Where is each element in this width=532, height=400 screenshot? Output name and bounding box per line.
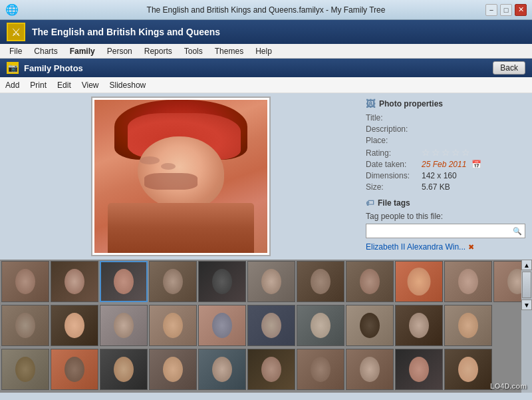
toolbar-add[interactable]: Add [5, 81, 19, 90]
photo-properties-header: 🖼 Photo properties [366, 99, 525, 109]
file-tags-title: File tags [378, 198, 410, 208]
maximize-button[interactable]: □ [500, 4, 512, 16]
app-header: ⚔ The English and British Kings and Quee… [0, 20, 532, 44]
thumbnail-item[interactable] [149, 305, 197, 346]
thumbnail-item[interactable] [100, 305, 148, 346]
file-tags-icon: 🏷 [366, 198, 374, 208]
thumbnail-item[interactable] [297, 305, 344, 346]
toolbar-view[interactable]: View [82, 81, 99, 90]
prop-dimensions-value: 142 x 160 [422, 171, 457, 180]
menubar: File Charts Family Person Reports Tools … [0, 44, 532, 59]
thumbnail-item[interactable] [100, 349, 148, 390]
properties-panel: 🖼 Photo properties Title: Description: P… [366, 99, 525, 254]
thumbnail-item[interactable] [444, 305, 492, 346]
file-tags-header: 🏷 File tags [366, 198, 525, 208]
thumb-row-2 [0, 303, 521, 347]
thumbnail-item[interactable] [198, 349, 246, 390]
photo-frame[interactable] [91, 97, 271, 256]
thumbnail-item[interactable] [1, 261, 49, 302]
thumb-row-1 [0, 260, 521, 303]
prop-date-label: Date taken: [366, 160, 419, 169]
thumbnail-item[interactable] [444, 261, 492, 302]
section-header-left: 📷 Family Photos [7, 62, 83, 74]
close-button[interactable]: ✕ [515, 4, 527, 16]
prop-place-row: Place: [366, 136, 525, 145]
menu-tools[interactable]: Tools [179, 45, 208, 57]
thumbnail-item[interactable] [247, 305, 295, 346]
scroll-down-button[interactable]: ▼ [521, 300, 532, 310]
scroll-thumb[interactable] [522, 272, 531, 298]
tag-prompt: Tag people to this file: [366, 212, 525, 221]
prop-title-row: Title: [366, 113, 525, 122]
thumbnail-item[interactable] [149, 349, 197, 390]
thumbnail-item[interactable] [1, 349, 49, 390]
section-header: 📷 Family Photos Back [0, 59, 532, 77]
prop-dimensions-label: Dimensions: [366, 171, 419, 180]
section-title: Family Photos [24, 63, 83, 73]
titlebar-left: 🌐 The English and British Kings and Quee… [5, 3, 19, 16]
toolbar-print[interactable]: Print [30, 81, 47, 90]
thumbnail-item[interactable] [198, 261, 246, 302]
minimize-button[interactable]: − [485, 4, 497, 16]
prop-date-row: Date taken: 25 Feb 2011 📅 [366, 160, 525, 169]
thumbnail-strip: ▲ ▼ LO4D.com [0, 260, 532, 393]
titlebar-controls: − □ ✕ [485, 4, 527, 16]
calendar-icon[interactable]: 📅 [471, 160, 481, 169]
prop-title-label: Title: [366, 113, 419, 122]
thumbnail-rows [0, 260, 521, 393]
tag-input-container[interactable]: 🔍 [366, 224, 525, 238]
menu-help[interactable]: Help [250, 45, 277, 57]
thumbnail-item[interactable] [51, 261, 98, 302]
prop-size-label: Size: [366, 182, 419, 192]
file-tags-section: 🏷 File tags Tag people to this file: 🔍 E… [366, 198, 525, 252]
main-content: 🖼 Photo properties Title: Description: P… [0, 93, 532, 260]
window-title: The English and British Kings and Queens… [0, 5, 532, 15]
app-icon: 🌐 [5, 3, 19, 16]
thumbnail-item[interactable] [100, 261, 148, 302]
prop-dimensions-row: Dimensions: 142 x 160 [366, 171, 525, 180]
menu-charts[interactable]: Charts [29, 45, 63, 57]
toolbar-edit[interactable]: Edit [57, 81, 71, 90]
thumbnail-item[interactable] [346, 305, 394, 346]
thumbnail-item[interactable] [51, 349, 98, 390]
thumbnail-item[interactable] [297, 261, 344, 302]
thumbnail-scrollbar: ▲ ▼ [521, 260, 532, 393]
thumbnail-item[interactable] [247, 349, 295, 390]
thumbnail-item[interactable] [346, 349, 394, 390]
prop-size-value: 5.67 KB [422, 182, 450, 192]
thumbnail-item[interactable] [51, 305, 98, 346]
thumbnail-item[interactable] [444, 349, 492, 390]
back-button[interactable]: Back [493, 61, 525, 75]
menu-person[interactable]: Person [102, 45, 138, 57]
menu-themes[interactable]: Themes [209, 45, 249, 57]
prop-description-row: Description: [366, 124, 525, 134]
prop-rating-label: Rating: [366, 148, 419, 158]
scroll-up-button[interactable]: ▲ [521, 260, 532, 270]
app-logo: ⚔ [7, 23, 25, 41]
person-tag[interactable]: Elizabeth II Alexandra Win... ✖ [366, 242, 525, 252]
thumbnail-item[interactable] [395, 261, 443, 302]
app-title: The English and British Kings and Queens [32, 27, 220, 37]
thumbnail-item[interactable] [149, 261, 197, 302]
thumbnail-item[interactable] [297, 349, 344, 390]
thumbnail-item[interactable] [247, 261, 295, 302]
tag-delete-icon[interactable]: ✖ [468, 243, 474, 252]
prop-description-label: Description: [366, 124, 419, 134]
thumbnail-item[interactable] [346, 261, 394, 302]
tag-search-icon: 🔍 [513, 227, 522, 236]
menu-file[interactable]: File [4, 45, 27, 57]
photo-toolbar: Add Print Edit View Slideshow [0, 77, 532, 93]
thumbnail-item[interactable] [198, 305, 246, 346]
prop-size-row: Size: 5.67 KB [366, 182, 525, 192]
thumbnail-item[interactable] [395, 305, 443, 346]
thumbnail-item[interactable] [1, 305, 49, 346]
tag-search-input[interactable] [369, 226, 513, 236]
thumbnail-item[interactable] [493, 261, 521, 302]
thumb-row-3 [0, 347, 521, 391]
toolbar-slideshow[interactable]: Slideshow [110, 81, 146, 90]
menu-family[interactable]: Family [65, 45, 100, 57]
photo-properties-title: Photo properties [379, 99, 443, 108]
star-rating[interactable]: ☆☆☆☆☆ [422, 147, 471, 158]
menu-reports[interactable]: Reports [139, 45, 178, 57]
thumbnail-item[interactable] [395, 349, 443, 390]
